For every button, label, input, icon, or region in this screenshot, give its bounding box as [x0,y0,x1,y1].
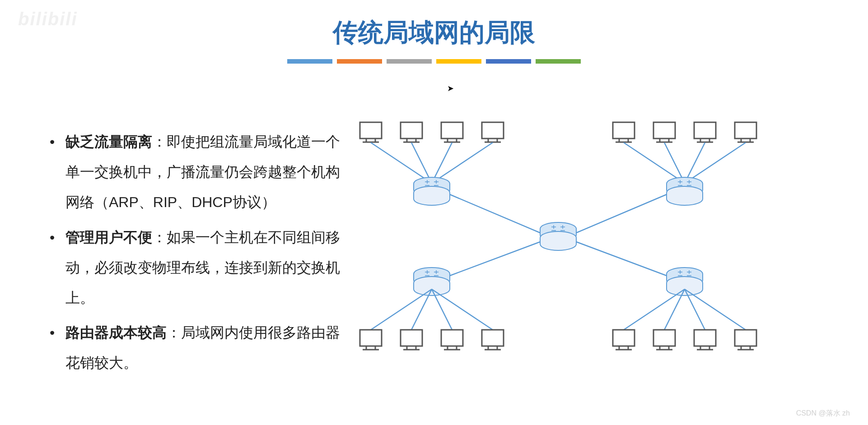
color-bar-3 [387,59,432,64]
computer-icon [441,330,463,350]
computer-icon [613,122,635,142]
switch-icon [414,177,450,205]
computer-icon [653,122,675,142]
color-bar-5 [486,59,531,64]
bullet-item-1: 缺乏流量隔离：即使把组流量局域化道一个单一交换机中，广播流量仍会跨越整个机构网络… [50,127,343,218]
color-bar-6 [536,59,581,64]
svg-line-10 [624,143,685,183]
computer-icon [613,330,635,350]
title-underline-bars [0,59,868,64]
color-bar-1 [287,59,332,64]
bullet-item-3: 路由器成本较高：局域网内使用很多路由器花销较大。 [50,318,343,378]
svg-line-6 [371,143,432,183]
bullet-bold-3: 路由器成本较高 [65,324,167,341]
svg-line-18 [371,289,432,330]
switch-icon [540,222,576,250]
svg-line-17 [576,242,667,276]
svg-line-16 [450,242,540,276]
svg-line-15 [576,194,667,233]
watermark-top: bilibili [18,9,78,29]
switch-icon [414,268,450,296]
color-bar-4 [436,59,481,64]
svg-line-9 [432,143,493,183]
watermark-bottom: CSDN @落水 zh [796,409,850,418]
computer-icon [360,122,382,142]
svg-line-22 [624,289,685,330]
svg-line-14 [450,194,540,233]
switch-icon [667,177,703,205]
color-bar-2 [337,59,382,64]
svg-line-25 [685,289,746,330]
computer-icon [401,122,422,142]
bullet-item-2: 管理用户不便：如果一个主机在不同组间移动，必须改变物理布线，连接到新的交换机上。 [50,222,343,314]
computer-icon [694,330,716,350]
computer-icon [735,330,756,350]
computer-icon [482,330,504,350]
svg-line-21 [432,289,493,330]
computer-icon [694,122,716,142]
computer-icon [401,330,422,350]
computer-icon [735,122,756,142]
network-diagram [343,109,841,383]
bullet-list: 缺乏流量隔离：即使把组流量局域化道一个单一交换机中，广播流量仍会跨越整个机构网络… [27,109,343,383]
switch-icon [667,268,703,296]
computer-icon [441,122,463,142]
computer-icon [653,330,675,350]
svg-line-13 [685,143,746,183]
bullet-bold-1: 缺乏流量隔离 [65,134,152,150]
bullet-bold-2: 管理用户不便 [65,229,152,245]
computer-icon [482,122,504,142]
computer-icon [360,330,382,350]
cursor-icon: ➤ [447,83,454,93]
page-title: 传统局域网的局限 [0,0,868,50]
